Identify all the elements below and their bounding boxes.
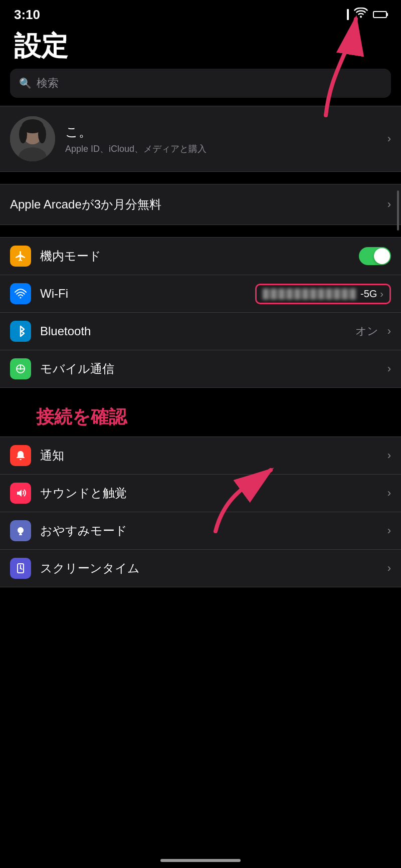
cellular-label: モバイル通信 xyxy=(40,361,382,377)
airplane-mode-item[interactable]: 機内モード xyxy=(0,238,401,275)
status-icons xyxy=(347,8,387,22)
search-bar[interactable]: 🔍 検索 xyxy=(10,69,391,98)
notifications-group: 通知 › サウンドと触覚 › おやすみモード › xyxy=(0,437,401,587)
profile-section[interactable]: こ。 Apple ID、iCloud、メディアと購入 › xyxy=(0,106,401,172)
wifi-chevron: › xyxy=(380,288,383,300)
svg-point-7 xyxy=(19,125,27,143)
avatar xyxy=(10,116,55,161)
airplane-label: 機内モード xyxy=(40,248,359,264)
cellular-item[interactable]: モバイル通信 › xyxy=(0,350,401,387)
connectivity-group: 機内モード Wi-Fi ████████████ -5G › xyxy=(0,237,401,388)
bluetooth-item[interactable]: Bluetooth オン › xyxy=(0,313,401,350)
arcade-label: Apple Arcadeが3か月分無料 xyxy=(10,196,382,212)
profile-name: こ。 xyxy=(65,123,382,141)
svg-point-12 xyxy=(20,368,22,370)
airplane-icon xyxy=(10,246,31,267)
wifi-item[interactable]: Wi-Fi ████████████ -5G › xyxy=(0,275,401,313)
focus-item[interactable]: おやすみモード › xyxy=(0,512,401,550)
arcade-chevron: › xyxy=(387,198,391,211)
scrollbar[interactable] xyxy=(397,190,399,231)
signal-icon xyxy=(347,9,349,20)
notifications-chevron: › xyxy=(387,449,391,462)
search-icon: 🔍 xyxy=(19,77,32,89)
notifications-icon xyxy=(10,445,31,466)
toggle-knob xyxy=(374,248,390,264)
wifi-label: Wi-Fi xyxy=(40,287,255,301)
focus-label: おやすみモード xyxy=(40,523,382,539)
svg-point-10 xyxy=(20,297,22,299)
status-bar: 3:10 xyxy=(0,0,401,26)
svg-point-17 xyxy=(20,568,22,569)
focus-icon xyxy=(10,520,31,541)
svg-marker-13 xyxy=(17,490,22,497)
status-time: 3:10 xyxy=(14,7,40,23)
battery-icon xyxy=(373,11,387,18)
wifi-network-box: ████████████ -5G › xyxy=(255,284,391,304)
svg-point-2 xyxy=(360,16,362,18)
sound-icon xyxy=(10,483,31,504)
wifi-5g-badge: -5G xyxy=(360,288,377,300)
bluetooth-value: オン xyxy=(355,324,378,339)
airplane-toggle[interactable] xyxy=(359,247,391,265)
notifications-item[interactable]: 通知 › xyxy=(0,437,401,475)
wifi-network-name: ████████████ xyxy=(263,289,357,299)
arcade-banner[interactable]: Apple Arcadeが3か月分無料 › xyxy=(0,184,401,225)
home-indicator xyxy=(160,859,241,862)
cellular-icon xyxy=(10,358,31,379)
wifi-settings-icon xyxy=(10,283,31,304)
sound-item[interactable]: サウンドと触覚 › xyxy=(0,475,401,512)
notifications-label: 通知 xyxy=(40,448,382,464)
screentime-item[interactable]: スクリーンタイム › xyxy=(0,550,401,587)
page-header: 設定 xyxy=(0,26,401,69)
bluetooth-icon xyxy=(10,321,31,342)
bluetooth-chevron: › xyxy=(387,325,391,338)
profile-info: こ。 Apple ID、iCloud、メディアと購入 xyxy=(65,123,382,155)
sound-chevron: › xyxy=(387,487,391,500)
profile-chevron: › xyxy=(387,132,391,145)
screentime-label: スクリーンタイム xyxy=(40,560,382,576)
screentime-icon xyxy=(10,558,31,579)
search-placeholder: 検索 xyxy=(37,76,59,91)
wifi-status-icon xyxy=(354,8,368,22)
confirm-text: 接続を確認 xyxy=(36,406,127,427)
bluetooth-label: Bluetooth xyxy=(40,324,355,338)
screentime-chevron: › xyxy=(387,562,391,575)
page-title: 設定 xyxy=(14,31,387,61)
confirm-text-row: 接続を確認 xyxy=(0,400,401,437)
svg-point-8 xyxy=(38,125,46,143)
focus-chevron: › xyxy=(387,524,391,537)
sound-label: サウンドと触覚 xyxy=(40,485,382,501)
profile-subtitle: Apple ID、iCloud、メディアと購入 xyxy=(65,143,382,155)
cellular-chevron: › xyxy=(387,362,391,375)
search-container: 🔍 検索 xyxy=(0,69,401,106)
